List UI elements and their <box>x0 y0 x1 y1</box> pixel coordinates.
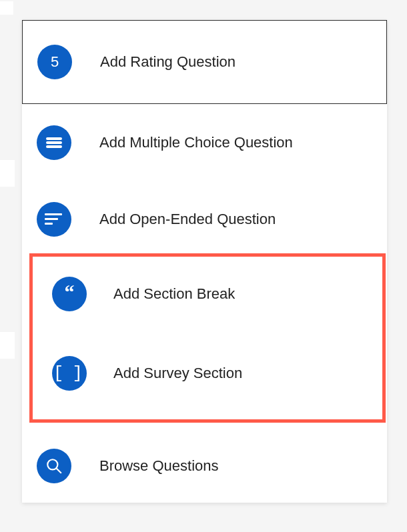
brackets-icon: [ ] <box>52 356 87 391</box>
menu-item-label: Add Rating Question <box>100 53 236 71</box>
svg-line-1 <box>56 468 61 473</box>
add-open-ended-item[interactable]: Add Open-Ended Question <box>22 181 387 257</box>
rating-number-icon: 5 <box>37 45 72 79</box>
menu-item-label: Add Survey Section <box>113 365 242 382</box>
text-lines-icon <box>37 202 71 237</box>
quote-icon: “ <box>52 277 87 311</box>
add-question-menu: 5 Add Rating Question Add Multiple Choic… <box>22 20 387 503</box>
add-rating-question-item[interactable]: 5 Add Rating Question <box>22 20 387 104</box>
browse-questions-item[interactable]: Browse Questions <box>22 429 387 503</box>
add-survey-section-item[interactable]: [ ] Add Survey Section <box>22 331 387 416</box>
menu-item-label: Browse Questions <box>99 457 219 475</box>
search-icon <box>37 449 71 483</box>
bg-decoration <box>0 1 13 15</box>
add-section-break-item[interactable]: “ Add Section Break <box>22 257 387 331</box>
menu-item-label: Add Multiple Choice Question <box>99 134 293 151</box>
rating-badge-number: 5 <box>51 53 59 71</box>
svg-point-0 <box>47 459 57 469</box>
bg-decoration <box>0 332 15 359</box>
menu-item-label: Add Open-Ended Question <box>99 211 276 228</box>
add-multiple-choice-item[interactable]: Add Multiple Choice Question <box>22 104 387 181</box>
bg-decoration <box>0 160 15 187</box>
menu-item-label: Add Section Break <box>113 285 235 303</box>
spacer <box>22 416 387 429</box>
list-stack-icon <box>37 125 71 160</box>
